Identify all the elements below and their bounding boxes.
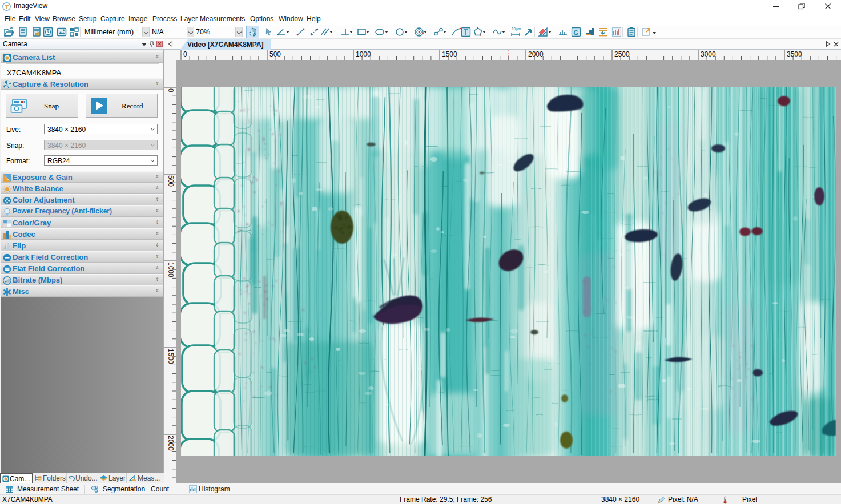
svg-text:500: 500	[269, 50, 281, 58]
svg-text:1000: 1000	[356, 50, 371, 58]
svg-text:2000: 2000	[528, 50, 544, 58]
svg-text:1500: 1500	[442, 50, 457, 58]
svg-text:3000: 3000	[701, 50, 716, 58]
svg-text:10µm: 10µm	[512, 27, 521, 31]
svg-text:2500: 2500	[614, 50, 630, 58]
svg-text:500: 500	[167, 175, 175, 187]
svg-text:3500: 3500	[787, 50, 802, 58]
svg-text:0: 0	[183, 50, 187, 58]
svg-text:0: 0	[167, 88, 175, 92]
svg-text:G: G	[574, 29, 579, 36]
